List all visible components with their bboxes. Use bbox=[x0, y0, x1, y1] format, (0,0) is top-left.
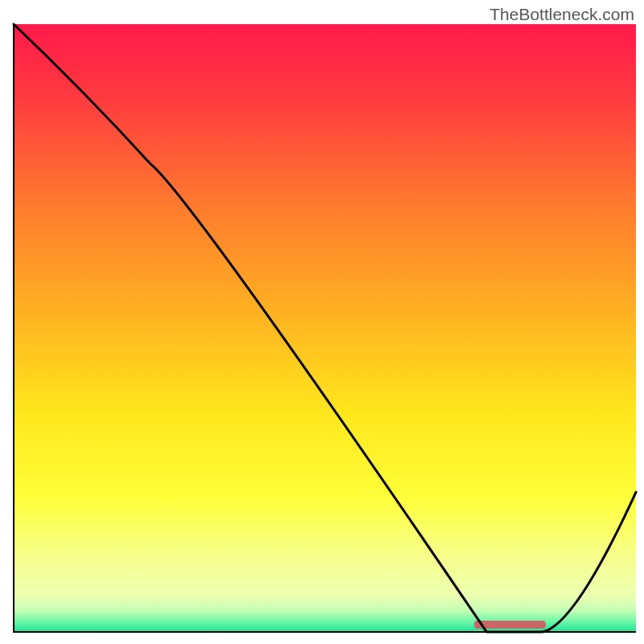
chart-background bbox=[14, 24, 636, 632]
watermark-label: TheBottleneck.com bbox=[489, 5, 634, 24]
chart-container: TheBottleneck.com bbox=[0, 0, 644, 644]
chart-plot bbox=[0, 0, 644, 644]
